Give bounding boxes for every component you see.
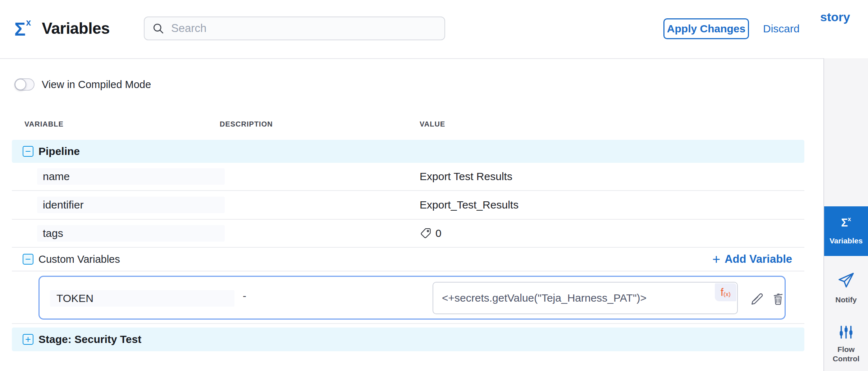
custom-variable-card: TOKEN - <+secrets.getValue("Teja_Harness…: [38, 276, 786, 320]
toggle-knob: [15, 79, 26, 90]
tags-value: 0: [420, 227, 442, 239]
header-divider: [0, 58, 823, 59]
collapse-icon[interactable]: −: [23, 254, 33, 265]
search-input[interactable]: [171, 22, 423, 35]
custom-variables-group-row[interactable]: − Custom Variables + Add Variable: [12, 248, 804, 271]
discard-button[interactable]: Discard: [763, 23, 800, 35]
right-rail: Σx Variables Notify Flow Control: [823, 34, 868, 371]
rail-item-notify[interactable]: Notify: [824, 271, 868, 304]
fx-glyph: f: [721, 287, 723, 298]
search-box[interactable]: [144, 17, 445, 40]
pipeline-group-row[interactable]: − Pipeline: [12, 140, 804, 163]
rail-item-flow-control[interactable]: Flow Control: [824, 324, 868, 364]
add-variable-label: Add Variable: [725, 253, 792, 266]
add-variable-button[interactable]: + Add Variable: [712, 253, 792, 266]
table-row: name Export Test Results: [12, 163, 804, 191]
compiled-mode-row: View in Compiled Mode: [14, 78, 151, 91]
trash-icon: [771, 292, 785, 306]
sigma-glyph: Σ: [841, 216, 848, 229]
drawer-header: Σx Variables Apply Changes Discard: [0, 0, 868, 58]
custom-variable-value-input[interactable]: <+secrets.getValue("Teja_Harness_PAT")> …: [433, 282, 738, 314]
variable-name-field: identifier: [37, 197, 225, 213]
sigma-glyph: Σ: [14, 19, 26, 40]
variable-name-field: name: [37, 168, 225, 185]
title-area: Σx Variables: [14, 18, 110, 38]
custom-variables-label: Custom Variables: [38, 253, 120, 265]
stage-group-label: Stage: Security Test: [38, 333, 141, 345]
table-row: tags 0: [12, 220, 804, 248]
sigma-x-icon: Σx: [14, 18, 31, 38]
plus-icon: +: [712, 254, 720, 265]
apply-changes-button[interactable]: Apply Changes: [663, 18, 749, 39]
tags-count: 0: [435, 227, 442, 239]
expression-fx-badge[interactable]: f (x): [715, 283, 736, 301]
delete-variable-button[interactable]: [770, 291, 786, 307]
sigma-x-icon: Σx: [841, 216, 851, 228]
custom-variable-description: -: [243, 290, 246, 302]
variables-table: − Pipeline name Export Test Results iden…: [12, 140, 804, 351]
table-row: identifier Export_Test_Results: [12, 191, 804, 220]
rail-item-label: Flow Control: [824, 345, 868, 364]
sigma-sup: x: [26, 17, 31, 27]
search-icon: [152, 22, 165, 35]
column-header-description: DESCRIPTION: [220, 120, 273, 128]
rail-item-label: Variables: [830, 236, 863, 246]
history-link-partial[interactable]: story: [820, 10, 850, 24]
pipeline-group-label: Pipeline: [38, 145, 80, 157]
rail-item-variables[interactable]: Σx Variables: [824, 206, 868, 256]
compiled-mode-label: View in Compiled Mode: [42, 79, 151, 91]
paper-plane-icon: [837, 271, 855, 289]
pencil-icon: [750, 291, 765, 306]
collapse-icon[interactable]: −: [23, 146, 33, 157]
custom-variable-section: TOKEN - <+secrets.getValue("Teja_Harness…: [12, 271, 804, 324]
fx-sub-glyph: (x): [723, 291, 731, 298]
custom-variable-name-field: TOKEN: [50, 290, 234, 307]
tag-icon: [420, 227, 432, 239]
variable-name-field: tags: [37, 225, 225, 242]
variable-value: Export_Test_Results: [420, 199, 518, 211]
expand-icon[interactable]: +: [23, 334, 33, 345]
page-title: Variables: [42, 19, 110, 37]
column-header-value: VALUE: [420, 120, 445, 128]
column-header-variable: VARIABLE: [24, 120, 64, 128]
sigma-sup: x: [848, 216, 851, 222]
variable-value: Export Test Results: [420, 170, 512, 183]
sliders-icon: [838, 324, 854, 340]
stage-group-row[interactable]: + Stage: Security Test: [12, 328, 804, 351]
rail-item-label: Notify: [835, 295, 857, 304]
edit-variable-button[interactable]: [749, 291, 765, 307]
custom-variable-value: <+secrets.getValue("Teja_Harness_PAT")>: [442, 292, 647, 304]
compiled-mode-toggle[interactable]: [14, 78, 35, 91]
